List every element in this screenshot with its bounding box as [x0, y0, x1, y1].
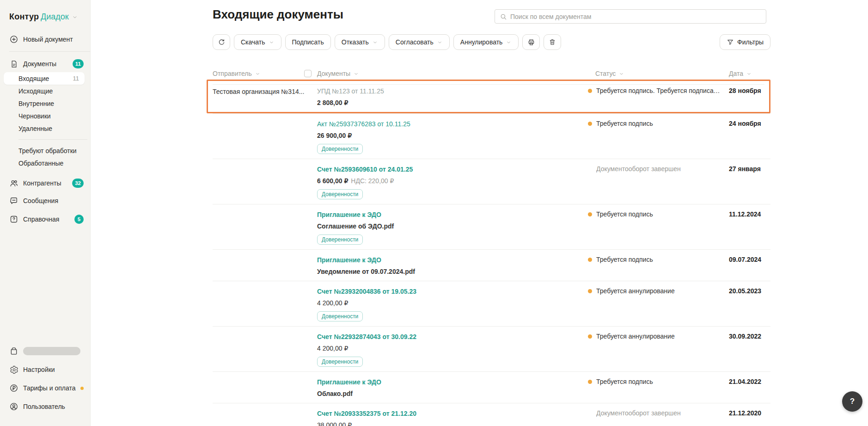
document-title-link[interactable]: Приглашение к ЭДО: [317, 210, 381, 219]
table-row[interactable]: Счет №22932874043 от 30.09.22 4 200,00 ₽…: [213, 326, 770, 371]
status-dot-icon: [588, 380, 592, 384]
toolbar-button-label: Подписать: [292, 38, 324, 46]
document-date: 09.07.2024: [729, 255, 770, 276]
powers-of-attorney-badge[interactable]: Доверенности: [317, 189, 363, 199]
document-date: 21.04.2022: [729, 377, 770, 398]
table-row[interactable]: Приглашение к ЭДО Соглашение об ЭДО.pdf …: [213, 204, 770, 249]
document-title-link[interactable]: Счет №22932874043 от 30.09.22: [317, 332, 416, 341]
sidebar-item-documents[interactable]: Документы 11: [0, 56, 90, 71]
toolbar-button[interactable]: Отказать: [335, 34, 385, 50]
sidebar-item-user[interactable]: Пользователь: [0, 397, 90, 416]
table-row[interactable]: Счет №23932004836 от 19.05.23 4 200,00 ₽…: [213, 281, 770, 326]
toolbar-button[interactable]: Согласовать: [389, 34, 450, 50]
sort-chevron-icon: [255, 71, 261, 77]
logo-diadoc: Диадок: [41, 12, 69, 22]
toolbar-button-label: Аннулировать: [460, 38, 503, 46]
sidebar-subitem-label: Обработанные: [18, 160, 79, 167]
powers-of-attorney-badge[interactable]: Доверенности: [317, 235, 363, 245]
status-text: Требуется подпись: [596, 255, 653, 264]
question-icon: [9, 215, 18, 224]
search-input[interactable]: [510, 13, 761, 20]
document-amount: 4 200,00 ₽: [317, 299, 588, 308]
sidebar-item-tariffs[interactable]: Тарифы и оплата: [0, 379, 90, 397]
column-documents[interactable]: Документы: [317, 70, 359, 77]
document-sender: [213, 287, 317, 321]
sidebar-subitem[interactable]: Исходящие: [4, 85, 85, 97]
column-date[interactable]: Дата: [729, 70, 752, 77]
sidebar-subitem-label: Черновики: [18, 112, 79, 120]
document-amount: 4 200,00 ₽: [317, 344, 588, 353]
document-title-link[interactable]: Счет №20933352375 от 21.12.20: [317, 409, 416, 418]
status-dot-icon: [588, 334, 592, 339]
column-status[interactable]: Статус: [595, 70, 624, 77]
sidebar-subitem[interactable]: Входящие 11: [4, 72, 85, 85]
refresh-button[interactable]: [213, 34, 230, 50]
chevron-down-icon: [72, 14, 78, 20]
filters-label: Фильтры: [737, 38, 764, 46]
select-all-checkbox[interactable]: [304, 70, 312, 77]
table-row[interactable]: Акт №25937376283 от 10.11.25 26 900,00 ₽…: [213, 113, 770, 159]
organization-name-redacted: [23, 347, 80, 355]
document-sender: [213, 377, 317, 398]
chevron-down-icon: [437, 39, 443, 45]
sidebar-item-help[interactable]: Справочная 5: [0, 212, 90, 227]
table-row[interactable]: Счет №20933352375 от 21.12.20 38 000,00 …: [213, 403, 770, 426]
document-sender: Тестовая организация №314...: [213, 86, 317, 107]
sidebar-subitem[interactable]: Внутренние: [4, 97, 85, 110]
toolbar-button[interactable]: Подписать: [285, 34, 331, 50]
document-sender: [213, 119, 317, 154]
document-date: 30.09.2022: [729, 332, 770, 367]
documents-count-badge: 11: [73, 59, 84, 68]
document-title-link[interactable]: Приглашение к ЭДО: [317, 255, 381, 265]
table-row[interactable]: Приглашение к ЭДО Уведомление от 09.07.2…: [213, 249, 770, 281]
document-icon: [9, 59, 18, 68]
document-title-link[interactable]: Счет №23932004836 от 19.05.23: [317, 287, 416, 296]
table-row[interactable]: Тестовая организация №314... УПД №123 от…: [207, 80, 770, 113]
sidebar-subitem[interactable]: Удаленные: [4, 122, 85, 135]
document-date: 20.05.2023: [729, 287, 770, 321]
document-title-link[interactable]: Счет №2593609610 от 24.01.25: [317, 165, 413, 174]
tariffs-notification-dot: [80, 387, 84, 390]
powers-of-attorney-badge[interactable]: Доверенности: [317, 144, 363, 154]
print-button[interactable]: [522, 34, 540, 50]
document-sender: [213, 165, 317, 199]
column-sender[interactable]: Отправитель: [213, 70, 261, 77]
delete-button[interactable]: [544, 34, 561, 50]
sort-chevron-icon: [618, 71, 624, 77]
documents-submenu: Входящие 11 Исходящие Внутренние Чернови…: [0, 72, 90, 135]
toolbar-button-label: Скачать: [241, 38, 265, 46]
counterparties-label: Контрагенты: [23, 179, 67, 187]
sidebar: Контур Диадок Новый документ Документы 1…: [0, 0, 91, 426]
powers-of-attorney-badge[interactable]: Доверенности: [317, 357, 363, 367]
sort-chevron-icon: [746, 71, 752, 77]
document-title-link[interactable]: Акт №25937376283 от 10.11.25: [317, 119, 410, 129]
sidebar-subitem[interactable]: Обработанные: [4, 157, 85, 169]
table-row[interactable]: Приглашение к ЭДО Облако.pdf Требуется п…: [213, 371, 770, 403]
organization-selector[interactable]: [0, 342, 90, 360]
document-amount: 2 808,00 ₽: [317, 99, 588, 107]
sidebar-item-counterparties[interactable]: Контрагенты 32: [0, 176, 90, 191]
sidebar-item-messages[interactable]: Сообщения: [0, 193, 90, 208]
sidebar-subitem[interactable]: Требуют обработки: [4, 144, 85, 157]
sidebar-subitem-label: Исходящие: [18, 87, 79, 95]
document-amount: 26 900,00 ₽: [317, 131, 588, 140]
toolbar-button[interactable]: Аннулировать: [453, 34, 519, 50]
status-text: Требуется подпись: [596, 377, 653, 386]
logo-kontur: Контур: [9, 12, 39, 22]
new-document-button[interactable]: Новый документ: [0, 32, 90, 47]
help-fab-button[interactable]: ?: [842, 391, 862, 412]
document-title-link[interactable]: УПД №123 от 11.11.25: [317, 86, 384, 96]
sidebar-item-settings[interactable]: Настройки: [0, 360, 90, 379]
table-row[interactable]: Счет №2593609610 от 24.01.25 6 600,00 ₽Н…: [213, 159, 770, 204]
app-logo[interactable]: Контур Диадок: [0, 0, 90, 22]
sidebar-subitem[interactable]: Черновики: [4, 110, 85, 122]
document-title-link[interactable]: Приглашение к ЭДО: [317, 377, 381, 387]
filters-button[interactable]: Фильтры: [720, 34, 770, 50]
powers-of-attorney-badge[interactable]: Доверенности: [317, 311, 363, 321]
document-sender: [213, 409, 317, 426]
toolbar-button[interactable]: Скачать: [234, 34, 281, 50]
sidebar-subitem-label: Требуют обработки: [18, 147, 79, 154]
status-dot-icon: [588, 89, 592, 93]
status-text: Требуется аннулирование: [596, 287, 675, 296]
toolbar-button-label: Согласовать: [396, 38, 434, 46]
